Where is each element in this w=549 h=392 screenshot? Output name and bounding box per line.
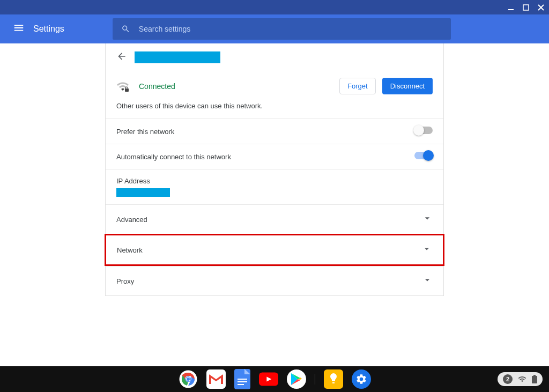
status-tray[interactable]: 2 bbox=[498, 372, 543, 386]
back-button[interactable] bbox=[116, 51, 127, 64]
svg-rect-13 bbox=[532, 376, 537, 383]
notification-count: 2 bbox=[503, 374, 513, 384]
battery-status-icon bbox=[532, 375, 537, 383]
prefer-network-row: Prefer this network bbox=[106, 119, 443, 144]
proxy-row[interactable]: Proxy bbox=[106, 266, 443, 295]
ip-address-value bbox=[116, 188, 170, 197]
ip-address-row: IP Address bbox=[106, 169, 443, 204]
maximize-button[interactable] bbox=[521, 3, 531, 12]
ip-address-label: IP Address bbox=[116, 177, 433, 185]
play-store-icon[interactable] bbox=[287, 369, 306, 389]
chevron-down-icon bbox=[422, 275, 433, 287]
back-row bbox=[106, 43, 443, 71]
content-area: Connected Forget Disconnect Other users … bbox=[0, 43, 549, 366]
settings-icon[interactable] bbox=[352, 369, 371, 389]
auto-connect-toggle[interactable] bbox=[414, 152, 433, 161]
svg-point-8 bbox=[187, 378, 190, 381]
auto-connect-row: Automatically connect to this network bbox=[106, 144, 443, 169]
search-box[interactable] bbox=[113, 18, 451, 40]
svg-rect-14 bbox=[533, 375, 536, 376]
svg-rect-11 bbox=[238, 384, 244, 385]
auto-connect-label: Automatically connect to this network bbox=[116, 153, 231, 161]
shared-network-text: Other users of this device can use this … bbox=[106, 99, 443, 119]
svg-rect-4 bbox=[125, 88, 129, 92]
svg-rect-1 bbox=[523, 5, 529, 10]
window-titlebar bbox=[0, 0, 549, 14]
youtube-icon[interactable] bbox=[259, 369, 278, 389]
shelf: 2 bbox=[0, 366, 549, 392]
app-title: Settings bbox=[33, 24, 64, 34]
connection-status-row: Connected Forget Disconnect bbox=[106, 71, 443, 99]
chevron-down-icon bbox=[421, 243, 432, 256]
close-button[interactable] bbox=[536, 3, 546, 12]
gmail-icon[interactable] bbox=[206, 369, 226, 389]
svg-rect-10 bbox=[238, 381, 247, 382]
prefer-network-label: Prefer this network bbox=[116, 128, 174, 136]
network-name bbox=[135, 51, 220, 63]
docs-icon[interactable] bbox=[234, 369, 250, 389]
minimize-button[interactable] bbox=[506, 3, 516, 12]
disconnect-button[interactable]: Disconnect bbox=[382, 78, 433, 94]
network-expand-label: Network bbox=[117, 246, 143, 254]
connection-status: Connected bbox=[139, 82, 175, 91]
keep-icon[interactable] bbox=[324, 369, 343, 389]
advanced-row[interactable]: Advanced bbox=[106, 204, 443, 234]
wifi-secure-icon bbox=[116, 80, 129, 93]
prefer-network-toggle[interactable] bbox=[414, 127, 433, 136]
settings-card: Connected Forget Disconnect Other users … bbox=[105, 43, 444, 296]
chevron-down-icon bbox=[422, 213, 433, 226]
app-header: Settings bbox=[0, 14, 549, 43]
forget-button[interactable]: Forget bbox=[339, 78, 376, 94]
menu-button[interactable] bbox=[9, 18, 29, 40]
shelf-divider bbox=[315, 374, 315, 384]
search-icon bbox=[121, 24, 130, 34]
chrome-icon[interactable] bbox=[179, 369, 198, 389]
svg-rect-9 bbox=[238, 379, 247, 380]
wifi-status-icon bbox=[518, 375, 526, 383]
proxy-label: Proxy bbox=[116, 277, 134, 285]
search-input[interactable] bbox=[139, 25, 442, 33]
advanced-label: Advanced bbox=[116, 216, 147, 224]
network-row[interactable]: Network bbox=[105, 234, 444, 266]
